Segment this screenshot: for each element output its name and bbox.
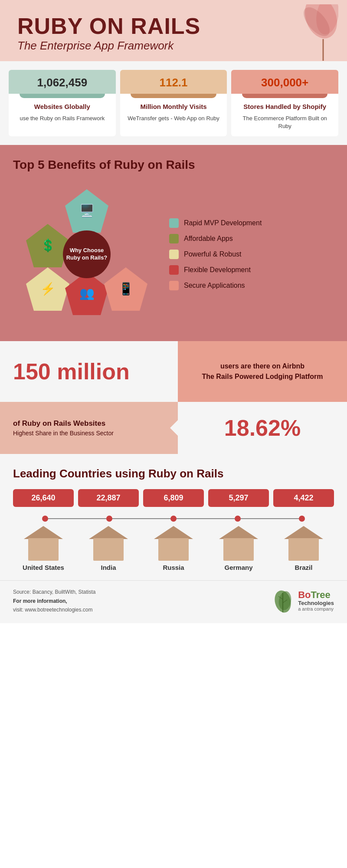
legend-label-flexible: Flexible Development [184,266,251,274]
dot-circle-4 [299,516,305,522]
botree-leaf-icon [272,589,294,615]
monitor-icon: 🖥️ [79,204,95,218]
legend-label-robust: Powerful & Robust [184,250,242,258]
country-num-3: 5,297 [208,489,269,507]
botree-sub: a antra company [298,606,334,612]
house-shape-us [24,526,63,561]
botree-logo: BoTree Technologies a antra company [298,590,334,612]
country-num-1: 22,887 [78,489,139,507]
stat-number-stores: 300,000+ [236,76,334,89]
footer-more-info: For more information, [13,597,96,605]
benefits-legend: Rapid MVP Development Affordable Apps Po… [169,218,334,290]
house-roof-russia [154,526,193,539]
house-shape-india [89,526,128,561]
countries-title: Leading Countries using Ruby on Rails [13,467,334,480]
bolt-icon: ⚡ [40,282,56,296]
pent-robust: ⚡ [26,267,69,311]
stat-scroll-green: 1,062,459 [9,70,116,94]
share-sublabel: Highest Share in the Business Sector [13,429,165,438]
pent-flexible: 👥 [65,272,108,315]
botree-bo-text: Bo [298,589,311,600]
stat-number-websites: 1,062,459 [13,76,111,89]
decorative-plant [278,4,338,61]
house-body-russia [158,538,189,561]
stat-number-visits: 112.1 [124,76,223,89]
country-num-2: 6,809 [143,489,204,507]
country-name-germany: Germany [224,563,252,572]
airbnb-section: 150 million users are there on AirbnbThe… [0,341,347,402]
stat-scroll-orange: 112.1 [120,70,227,94]
stat-label-stores: Stores Handled by Shopify [239,98,331,113]
legend-dot-robust [169,250,179,259]
benefits-title: Top 5 Benefits of Ruby on Rails [13,158,334,172]
dot-3 [206,516,270,522]
house-body-germany [223,538,254,561]
countries-houses: United States India Russia Germany [13,526,334,572]
house-roof-india [89,526,128,539]
stat-desc-websites: use the Ruby on Rails Framework [15,113,109,128]
benefits-content: 🖥️ 💲 ⚡ 👥 📱 Why Choose Ruby on Rails? R [13,181,334,328]
house-roof-brazil [284,526,323,539]
country-name-russia: Russia [163,563,184,572]
dot-4 [270,516,334,522]
house-body-brazil [288,538,319,561]
share-number: 18.62% [224,415,301,441]
stats-section: 1,062,459 Websites Globally use the Ruby… [0,61,347,145]
house-shape-germany [219,526,258,561]
footer-bold: For more information, [13,598,67,604]
botree-name: BoTree [298,590,331,600]
scroll-tail-orange [131,94,216,98]
header-section: RUBY ON RAILS The Enterprise App Framewo… [0,0,347,61]
country-name-brazil: Brazil [295,563,313,572]
footer-visit[interactable]: visit: www.botreetechnologies.com [13,605,96,614]
legend-dot-flexible [169,265,179,275]
share-label: of Ruby on Rails Websites [13,418,165,429]
pent-secure: 📱 [104,267,147,311]
dollar-icon: 💲 [40,238,56,253]
countries-section: Leading Countries using Ruby on Rails 26… [0,454,347,581]
botree-tree-text: Tree [311,589,331,600]
airbnb-number-container: 150 million [0,341,178,402]
stat-label-visits: Million Monthly Visits [136,98,211,113]
footer-section: Source: Bacancy, BuiltWith, Statista For… [0,580,347,623]
stat-label-websites: Websites Globally [30,98,95,113]
airbnb-desc-container: users are there on AirbnbThe Rails Power… [178,341,347,402]
share-section: of Ruby on Rails Websites Highest Share … [0,402,347,454]
legend-item-flexible: Flexible Development [169,265,334,275]
house-shape-russia [154,526,193,561]
legend-item-mvp: Rapid MVP Development [169,218,334,228]
house-roof-us [24,526,63,539]
country-house-us: United States [13,526,74,572]
botree-company: Technologies [298,600,334,606]
countries-dots-row [13,516,334,522]
legend-dot-mvp [169,218,179,228]
dot-circle-3 [235,516,241,522]
legend-label-affordable: Affordable Apps [184,235,233,243]
house-body-us [28,538,59,561]
share-right-container: 18.62% [178,402,347,454]
stat-card-stores: 300,000+ Stores Handled by Shopify The E… [231,70,338,136]
country-name-india: India [101,563,116,572]
pent-mvp: 🖥️ [65,189,108,233]
share-arrow [170,418,180,437]
stat-card-websites: 1,062,459 Websites Globally use the Ruby… [9,70,116,136]
footer-left: Source: Bacancy, BuiltWith, Statista For… [13,588,96,614]
pentagon-cluster: 🖥️ 💲 ⚡ 👥 📱 Why Choose Ruby on Rails? [13,181,160,328]
countries-numbers: 26,640 22,887 6,809 5,297 4,422 [13,489,334,507]
footer-source: Source: Bacancy, BuiltWith, Statista [13,588,96,596]
people-icon: 👥 [79,286,95,300]
stat-desc-visits: WeTransfer gets - Web App on Ruby [123,113,223,128]
stat-desc-stores: The Ecommerce Platform Built on Ruby [231,113,338,136]
country-house-russia: Russia [143,526,204,572]
airbnb-description: users are there on AirbnbThe Rails Power… [202,361,323,382]
share-left-container: of Ruby on Rails Websites Highest Share … [0,402,178,454]
mobile-shield-icon: 📱 [118,282,134,296]
country-house-germany: Germany [208,526,269,572]
house-shape-brazil [284,526,323,561]
country-num-4: 4,422 [273,489,334,507]
legend-item-secure: Secure Applications [169,281,334,290]
dot-circle-2 [170,516,177,522]
dot-1 [77,516,141,522]
legend-label-mvp: Rapid MVP Development [184,219,262,227]
country-num-0: 26,640 [13,489,74,507]
